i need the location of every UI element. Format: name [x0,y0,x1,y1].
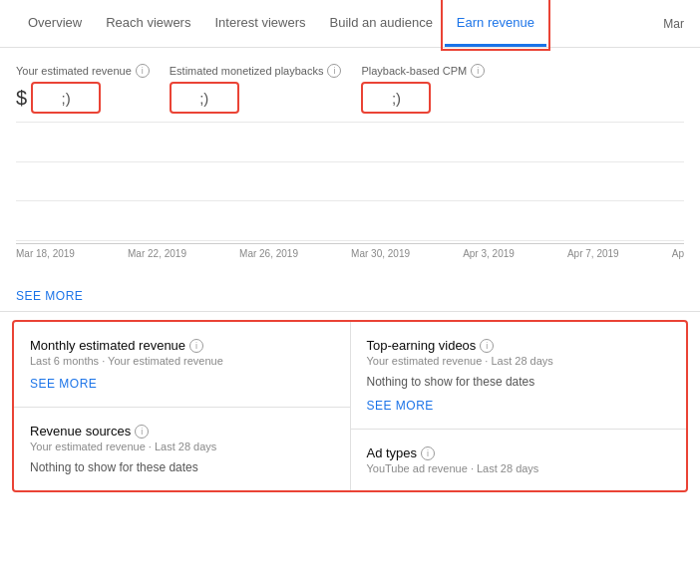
chart-grid-line-bottom [16,240,684,241]
metric-estimated-revenue: Your estimated revenue i $ ;) [16,64,150,114]
metric-playback-cpm: Playback-based CPM i ;) [361,64,485,114]
chart-x-labels: Mar 18, 2019 Mar 22, 2019 Mar 26, 2019 M… [16,244,684,263]
revenue-sources-subtitle: Your estimated revenue · Last 28 days [30,441,334,452]
monthly-revenue-info-icon[interactable]: i [189,339,203,353]
monthly-revenue-see-more-link[interactable]: SEE MORE [30,377,334,391]
chart-grid-line-mid2 [16,200,684,201]
chart-label-1: Mar 22, 2019 [128,248,186,259]
main-divider [0,311,700,312]
panel-revenue-sources: Revenue sources i Your estimated revenue… [14,408,350,490]
metric-estimated-revenue-label: Your estimated revenue i [16,64,150,78]
top-navigation: Overview Reach viewers Interest viewers … [0,0,700,48]
metric-monetized-playbacks-value-row: ;) [170,82,342,114]
tab-earn-revenue[interactable]: Earn revenue [445,0,546,47]
ad-types-subtitle: YouTube ad revenue · Last 28 days [367,462,671,474]
playback-cpm-value-box: ;) [361,82,431,114]
top-earning-videos-see-more-link[interactable]: SEE MORE [367,399,671,413]
top-earning-videos-subtitle: Your estimated revenue · Last 28 days [367,355,671,367]
ad-types-info-icon[interactable]: i [421,446,435,460]
dollar-sign: $ [16,87,27,110]
nav-right-label: Mar [663,17,684,31]
playback-cpm-info-icon[interactable]: i [471,64,485,78]
metrics-row: Your estimated revenue i $ ;) Estimated … [0,48,700,122]
metric-monetized-playbacks-label: Estimated monetized playbacks i [170,64,342,78]
panel-top-earning-videos: Top-earning videos i Your estimated reve… [351,322,687,430]
monetized-playbacks-info-icon[interactable]: i [327,64,341,78]
chart-label-3: Mar 30, 2019 [351,248,410,259]
estimated-revenue-value-box: ;) [31,82,101,114]
monetized-playbacks-value-box: ;) [170,82,239,114]
top-earning-videos-info-icon[interactable]: i [480,339,494,353]
chart-inner [16,122,684,241]
chart-area: Mar 18, 2019 Mar 22, 2019 Mar 26, 2019 M… [0,122,700,281]
top-earning-videos-empty: Nothing to show for these dates [367,375,671,389]
metric-playback-cpm-label: Playback-based CPM i [361,64,485,78]
revenue-sources-empty: Nothing to show for these dates [30,460,334,474]
tab-reach-viewers[interactable]: Reach viewers [94,0,202,47]
monthly-revenue-title: Monthly estimated revenue i [30,338,334,353]
panel-ad-types: Ad types i YouTube ad revenue · Last 28 … [351,430,687,490]
chart-label-2: Mar 26, 2019 [239,248,298,259]
monthly-revenue-subtitle: Last 6 months · Your estimated revenue [30,355,334,367]
bottom-left-column: Monthly estimated revenue i Last 6 month… [14,322,351,490]
chart-grid-line-top [16,122,684,123]
metric-estimated-revenue-value-row: $ ;) [16,82,150,114]
tab-overview[interactable]: Overview [16,0,94,47]
estimated-revenue-info-icon[interactable]: i [136,64,150,78]
metric-playback-cpm-value-row: ;) [361,82,485,114]
chart-grid-line-mid1 [16,161,684,162]
panel-monthly-revenue: Monthly estimated revenue i Last 6 month… [14,322,350,408]
chart-see-more-link[interactable]: SEE MORE [0,281,99,311]
ad-types-title: Ad types i [367,445,671,460]
chart-label-4: Apr 3, 2019 [463,248,515,259]
metric-monetized-playbacks: Estimated monetized playbacks i ;) [170,64,342,114]
chart-label-6: Ap [672,248,684,259]
tab-interest-viewers[interactable]: Interest viewers [202,0,317,47]
tab-build-audience[interactable]: Build an audience [318,0,445,47]
chart-label-0: Mar 18, 2019 [16,248,75,259]
bottom-section: Monthly estimated revenue i Last 6 month… [12,320,688,492]
top-earning-videos-title: Top-earning videos i [367,338,671,353]
revenue-sources-info-icon[interactable]: i [135,425,149,439]
bottom-right-column: Top-earning videos i Your estimated reve… [351,322,687,490]
chart-label-5: Apr 7, 2019 [567,248,619,259]
revenue-sources-title: Revenue sources i [30,424,334,439]
